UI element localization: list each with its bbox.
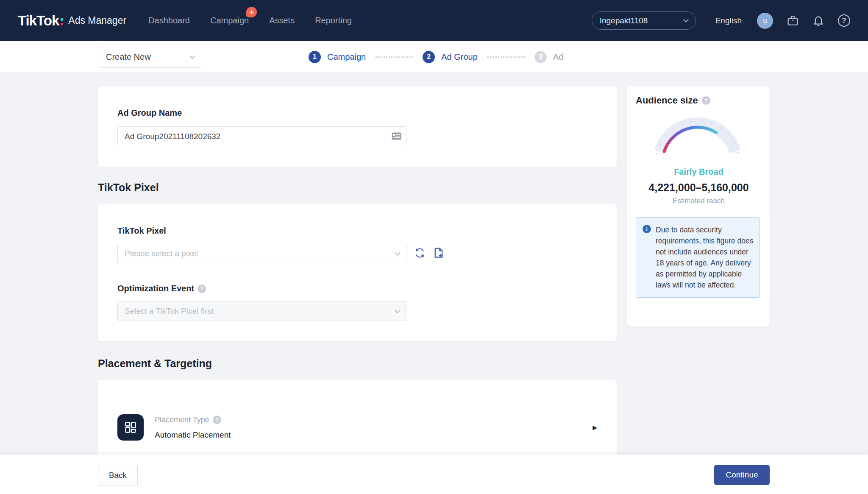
placement-type-label: Placement Type ? [155, 416, 231, 424]
tiktok-ads-manager-logo[interactable]: TikTok Ads Manager [18, 13, 126, 29]
pixel-section-heading: TikTok Pixel [98, 181, 159, 194]
navbar-right-cluster: Ingepakt1108 English u ? [592, 11, 850, 30]
tiktok-pixel-card: TikTok Pixel Please select a pixel [98, 204, 617, 341]
chevron-down-icon [395, 250, 400, 256]
optimization-event-select[interactable]: Select a TikTok Pixel first [117, 301, 406, 321]
create-new-dropdown[interactable]: Create New [98, 46, 202, 68]
step-3-circle[interactable]: 3 [534, 51, 547, 63]
nav-item-dashboard[interactable]: Dashboard [148, 16, 190, 25]
logo-tiktok-text: TikTok [18, 13, 59, 29]
stepper-bar: Create New 1 Campaign 2 Ad Group 3 Ad [0, 41, 868, 73]
placement-type-value: Automatic Placement [155, 430, 231, 440]
account-selector[interactable]: Ingepakt1108 [592, 11, 696, 30]
audience-size-title-text: Audience size [636, 95, 698, 106]
create-pixel-icon[interactable] [433, 247, 445, 259]
chevron-down-icon [395, 308, 400, 313]
step-3-label[interactable]: Ad [553, 52, 563, 62]
chevron-down-icon [189, 53, 195, 59]
pixel-select-placeholder: Please select a pixel [125, 249, 198, 258]
placement-type-row[interactable]: Placement Type ? Automatic Placement ▶ [117, 414, 597, 441]
nav-item-reporting[interactable]: Reporting [315, 16, 352, 25]
expand-arrow-icon[interactable]: ▶ [593, 424, 597, 431]
optimization-event-label: Optimization Event ? [117, 284, 206, 293]
step-indicator: 1 Campaign 2 Ad Group 3 Ad [309, 41, 563, 73]
pixel-select[interactable]: Please select a pixel [117, 244, 406, 263]
pixel-field-label: TikTok Pixel [117, 226, 166, 236]
name-template-icon[interactable] [392, 132, 401, 142]
placement-type-label-text: Placement Type [155, 416, 209, 424]
ad-group-name-input[interactable] [117, 126, 406, 146]
account-name: Ingepakt1108 [600, 16, 648, 25]
placement-grid-icon [117, 414, 144, 441]
campaign-plus-badge: + [246, 7, 257, 17]
step-2-label[interactable]: Ad Group [441, 52, 478, 62]
tiktok-colon-icon [61, 18, 63, 25]
logo-ads-manager-text: Ads Manager [68, 15, 126, 26]
notice-text: Due to data security requirements, this … [656, 224, 754, 290]
avatar[interactable]: u [757, 13, 773, 29]
help-icon[interactable]: ? [838, 14, 850, 27]
step-1-label[interactable]: Campaign [327, 52, 366, 62]
refresh-pixels-icon[interactable] [414, 247, 426, 259]
bottom-action-bar: Back Continue [0, 455, 868, 494]
nav-item-assets[interactable]: Assets [269, 16, 295, 25]
create-new-label: Create New [106, 52, 151, 62]
audience-level-label: Fairly Broad [627, 167, 770, 177]
notifications-bell-icon[interactable] [812, 15, 824, 27]
step-connector [376, 56, 413, 58]
svg-text:i: i [646, 226, 648, 232]
audience-gauge [653, 107, 743, 158]
audience-size-title: Audience size ? [636, 95, 710, 106]
info-icon: i [642, 224, 651, 290]
nav-campaign-label: Campaign [210, 16, 249, 25]
audience-size-panel: Audience size ? F [627, 86, 770, 327]
ad-group-name-card: Ad Group Name [98, 86, 617, 167]
chevron-down-icon [683, 17, 689, 22]
continue-button[interactable]: Continue [714, 465, 770, 485]
step-connector [487, 56, 525, 58]
help-icon[interactable]: ? [702, 96, 710, 105]
nav-item-campaign[interactable]: Campaign+ [210, 16, 249, 25]
top-navbar: TikTok Ads Manager Dashboard Campaign+ A… [0, 0, 868, 41]
placement-section-heading: Placement & Targeting [98, 357, 212, 370]
data-security-notice: i Due to data security requirements, thi… [636, 217, 760, 298]
estimated-reach-value: 4,221,000–5,160,000 [627, 181, 770, 194]
ad-group-name-label: Ad Group Name [117, 108, 182, 118]
language-selector[interactable]: English [715, 16, 742, 25]
optimization-event-label-text: Optimization Event [117, 284, 194, 293]
back-button[interactable]: Back [98, 465, 138, 486]
tiktok-ads-manager-screen: TikTok Ads Manager Dashboard Campaign+ A… [0, 0, 868, 494]
help-icon[interactable]: ? [213, 416, 221, 424]
business-center-icon[interactable] [787, 14, 799, 27]
step-1-circle[interactable]: 1 [309, 51, 321, 63]
main-nav: Dashboard Campaign+ Assets Reporting [148, 16, 352, 25]
optimization-event-placeholder: Select a TikTok Pixel first [125, 307, 214, 316]
estimated-reach-caption: Estimated reach [627, 197, 770, 205]
help-icon[interactable]: ? [198, 285, 206, 293]
step-2-circle[interactable]: 2 [423, 51, 435, 63]
